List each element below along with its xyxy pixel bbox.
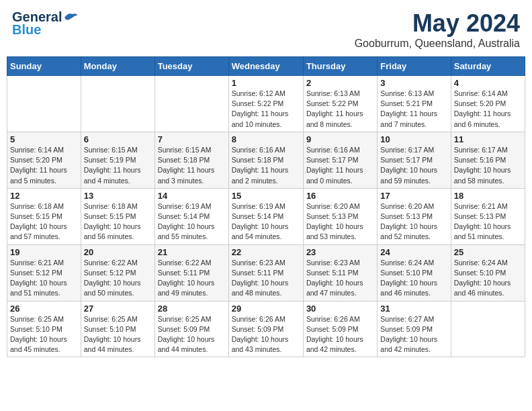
calendar-cell: 17Sunrise: 6:20 AM Sunset: 5:13 PM Dayli… [378,188,451,244]
day-number: 28 [158,304,226,314]
calendar-cell: 29Sunrise: 6:26 AM Sunset: 5:09 PM Dayli… [228,301,303,357]
day-info: Sunrise: 6:23 AM Sunset: 5:11 PM Dayligh… [232,258,300,299]
calendar-cell: 11Sunrise: 6:17 AM Sunset: 5:16 PM Dayli… [451,132,525,188]
calendar-cell: 3Sunrise: 6:13 AM Sunset: 5:21 PM Daylig… [378,76,451,132]
calendar-cell: 7Sunrise: 6:15 AM Sunset: 5:18 PM Daylig… [154,132,228,188]
weekday-header: Thursday [303,57,377,76]
day-number: 23 [306,247,374,257]
day-number: 30 [306,304,374,314]
day-number: 20 [84,247,152,257]
day-info: Sunrise: 6:24 AM Sunset: 5:10 PM Dayligh… [454,258,522,299]
calendar-cell: 2Sunrise: 6:13 AM Sunset: 5:22 PM Daylig… [303,76,377,132]
calendar-cell [81,76,154,132]
day-info: Sunrise: 6:18 AM Sunset: 5:15 PM Dayligh… [84,201,152,242]
day-info: Sunrise: 6:15 AM Sunset: 5:18 PM Dayligh… [158,145,226,186]
day-info: Sunrise: 6:16 AM Sunset: 5:17 PM Dayligh… [306,145,374,186]
weekday-header: Friday [378,57,451,76]
day-info: Sunrise: 6:19 AM Sunset: 5:14 PM Dayligh… [232,201,300,242]
calendar-cell: 5Sunrise: 6:14 AM Sunset: 5:20 PM Daylig… [7,132,81,188]
calendar-cell: 13Sunrise: 6:18 AM Sunset: 5:15 PM Dayli… [81,188,154,244]
day-number: 10 [380,134,447,144]
day-info: Sunrise: 6:26 AM Sunset: 5:09 PM Dayligh… [306,314,374,355]
day-info: Sunrise: 6:13 AM Sunset: 5:22 PM Dayligh… [306,89,374,130]
day-number: 26 [10,304,78,314]
day-number: 15 [232,191,300,201]
calendar-week-row: 12Sunrise: 6:18 AM Sunset: 5:15 PM Dayli… [7,188,525,244]
day-info: Sunrise: 6:13 AM Sunset: 5:21 PM Dayligh… [380,89,447,130]
day-info: Sunrise: 6:15 AM Sunset: 5:19 PM Dayligh… [84,145,152,186]
day-number: 22 [232,247,300,257]
calendar-cell: 26Sunrise: 6:25 AM Sunset: 5:10 PM Dayli… [7,301,81,357]
day-number: 17 [380,191,447,201]
day-number: 19 [10,247,78,257]
calendar-cell: 4Sunrise: 6:14 AM Sunset: 5:20 PM Daylig… [451,76,525,132]
calendar-cell: 24Sunrise: 6:24 AM Sunset: 5:10 PM Dayli… [378,244,451,301]
weekday-header: Saturday [451,57,525,76]
calendar-cell: 27Sunrise: 6:25 AM Sunset: 5:10 PM Dayli… [81,301,154,357]
day-number: 11 [454,134,522,144]
page-header: General Blue May 2024 Gooburrum, Queensl… [7,7,525,52]
day-info: Sunrise: 6:21 AM Sunset: 5:13 PM Dayligh… [454,201,522,242]
day-number: 16 [306,191,374,201]
day-info: Sunrise: 6:22 AM Sunset: 5:12 PM Dayligh… [84,258,152,299]
calendar-week-row: 1Sunrise: 6:12 AM Sunset: 5:22 PM Daylig… [7,76,525,132]
title-area: May 2024 Gooburrum, Queensland, Australi… [355,9,520,50]
calendar-cell: 19Sunrise: 6:21 AM Sunset: 5:12 PM Dayli… [7,244,81,301]
day-info: Sunrise: 6:24 AM Sunset: 5:10 PM Dayligh… [380,258,447,299]
calendar-cell: 28Sunrise: 6:25 AM Sunset: 5:09 PM Dayli… [154,301,228,357]
day-info: Sunrise: 6:22 AM Sunset: 5:11 PM Dayligh… [158,258,226,299]
calendar-cell: 31Sunrise: 6:27 AM Sunset: 5:09 PM Dayli… [378,301,451,357]
calendar-cell [451,301,525,357]
day-info: Sunrise: 6:18 AM Sunset: 5:15 PM Dayligh… [10,201,78,242]
day-number: 21 [158,247,226,257]
day-number: 25 [454,247,522,257]
calendar-cell: 22Sunrise: 6:23 AM Sunset: 5:11 PM Dayli… [228,244,303,301]
calendar-week-row: 19Sunrise: 6:21 AM Sunset: 5:12 PM Dayli… [7,244,525,301]
day-info: Sunrise: 6:19 AM Sunset: 5:14 PM Dayligh… [158,201,226,242]
calendar-cell: 18Sunrise: 6:21 AM Sunset: 5:13 PM Dayli… [451,188,525,244]
day-number: 6 [84,134,152,144]
day-number: 29 [232,304,300,314]
day-number: 24 [380,247,447,257]
month-title: May 2024 [355,9,520,38]
calendar-body: 1Sunrise: 6:12 AM Sunset: 5:22 PM Daylig… [7,76,525,357]
day-number: 5 [10,134,78,144]
day-number: 12 [10,191,78,201]
day-number: 13 [84,191,152,201]
calendar-week-row: 5Sunrise: 6:14 AM Sunset: 5:20 PM Daylig… [7,132,525,188]
day-info: Sunrise: 6:14 AM Sunset: 5:20 PM Dayligh… [454,89,522,130]
weekday-header: Monday [81,57,154,76]
day-number: 1 [232,78,300,88]
day-info: Sunrise: 6:23 AM Sunset: 5:11 PM Dayligh… [306,258,374,299]
day-info: Sunrise: 6:26 AM Sunset: 5:09 PM Dayligh… [232,314,300,355]
day-number: 8 [232,134,300,144]
calendar-cell: 25Sunrise: 6:24 AM Sunset: 5:10 PM Dayli… [451,244,525,301]
day-info: Sunrise: 6:12 AM Sunset: 5:22 PM Dayligh… [232,89,300,130]
day-info: Sunrise: 6:25 AM Sunset: 5:10 PM Dayligh… [10,314,78,355]
day-number: 27 [84,304,152,314]
day-info: Sunrise: 6:17 AM Sunset: 5:16 PM Dayligh… [454,145,522,186]
day-number: 3 [380,78,447,88]
logo: General Blue [12,9,78,38]
day-info: Sunrise: 6:27 AM Sunset: 5:09 PM Dayligh… [380,314,447,355]
calendar-cell: 30Sunrise: 6:26 AM Sunset: 5:09 PM Dayli… [303,301,377,357]
calendar-cell: 14Sunrise: 6:19 AM Sunset: 5:14 PM Dayli… [154,188,228,244]
calendar-cell: 21Sunrise: 6:22 AM Sunset: 5:11 PM Dayli… [154,244,228,301]
day-number: 18 [454,191,522,201]
calendar-cell: 15Sunrise: 6:19 AM Sunset: 5:14 PM Dayli… [228,188,303,244]
calendar-cell: 23Sunrise: 6:23 AM Sunset: 5:11 PM Dayli… [303,244,377,301]
day-info: Sunrise: 6:14 AM Sunset: 5:20 PM Dayligh… [10,145,78,186]
day-info: Sunrise: 6:17 AM Sunset: 5:17 PM Dayligh… [380,145,447,186]
day-info: Sunrise: 6:25 AM Sunset: 5:10 PM Dayligh… [84,314,152,355]
day-info: Sunrise: 6:25 AM Sunset: 5:09 PM Dayligh… [158,314,226,355]
calendar-table: SundayMondayTuesdayWednesdayThursdayFrid… [7,56,525,357]
day-number: 9 [306,134,374,144]
day-info: Sunrise: 6:20 AM Sunset: 5:13 PM Dayligh… [306,201,374,242]
day-number: 2 [306,78,374,88]
location-title: Gooburrum, Queensland, Australia [355,38,520,50]
calendar-cell: 1Sunrise: 6:12 AM Sunset: 5:22 PM Daylig… [228,76,303,132]
day-info: Sunrise: 6:16 AM Sunset: 5:18 PM Dayligh… [232,145,300,186]
logo-bird-icon [63,11,78,24]
calendar-cell: 9Sunrise: 6:16 AM Sunset: 5:17 PM Daylig… [303,132,377,188]
calendar-cell: 8Sunrise: 6:16 AM Sunset: 5:18 PM Daylig… [228,132,303,188]
